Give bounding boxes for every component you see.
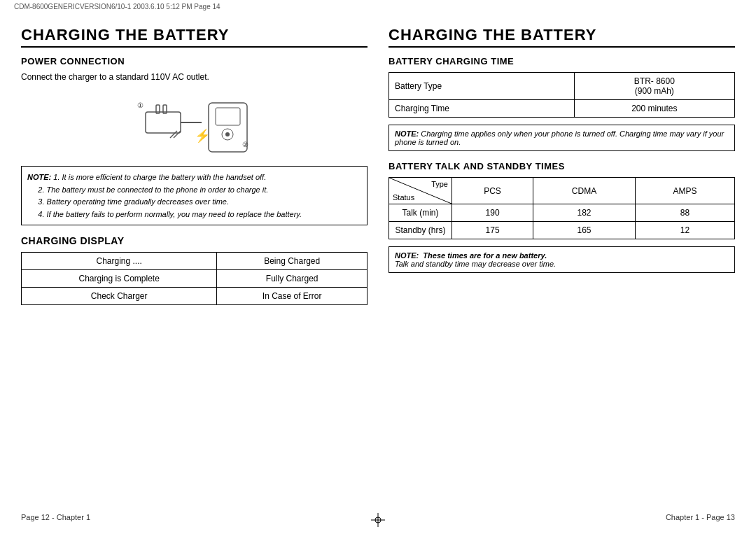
ts-standby-row: Standby (hrs) 175 165 12 xyxy=(389,222,735,239)
svg-point-10 xyxy=(225,132,230,136)
talk-standby-note-italic: Talk and standby time may decrease over … xyxy=(395,260,556,268)
ts-pcs-header: PCS xyxy=(452,178,533,204)
svg-line-6 xyxy=(174,131,181,138)
charging-display-col1: Charging .... xyxy=(22,253,217,270)
ts-header-row: Type Status PCS CDMA AMPS xyxy=(389,178,735,204)
bct-col2-header: BTR- 8600(900 mAh) xyxy=(574,73,734,100)
note-box: NOTE: 1. It is more efficient to charge … xyxy=(21,166,368,225)
charging-display-table: Charging ....Being ChargedCharging is Co… xyxy=(21,252,368,305)
ts-amps-header: AMPS xyxy=(635,178,734,204)
note-item-2: 2. The battery must be connected to the … xyxy=(27,184,361,196)
ts-standby-cdma: 165 xyxy=(533,222,636,239)
power-connection-title: POWER CONNECTION xyxy=(21,56,368,66)
note-label: NOTE: xyxy=(27,173,51,181)
type-status-cell: Type Status xyxy=(389,178,452,204)
ts-talk-amps: 88 xyxy=(635,204,734,222)
left-section-title: CHARGING THE BATTERY xyxy=(21,26,368,48)
note-item-4: 4. If the battery fails to perform norma… xyxy=(27,209,361,220)
talk-standby-note-bold: NOTE: These times are for a new battery. xyxy=(395,251,547,260)
charging-display-title: CHARGING DISPLAY xyxy=(21,235,368,246)
note-item-1: 1. It is more efficient to charge the ba… xyxy=(53,173,266,181)
footer-left: Page 12 - Chapter 1 xyxy=(21,513,90,527)
charging-note-text: Charging time applies only when your pho… xyxy=(395,129,724,146)
charging-display-row: Charging ....Being Charged xyxy=(22,253,368,270)
bct-charging-time-value: 200 minutes xyxy=(574,100,734,118)
header-text: CDM-8600GENERICVERSION6/10-1 2003.6.10 5… xyxy=(14,3,220,10)
status-label: Status xyxy=(393,193,414,202)
svg-rect-7 xyxy=(209,103,247,152)
bct-col1-header: Battery Type xyxy=(389,73,575,100)
svg-rect-8 xyxy=(216,108,240,125)
bct-charging-time-label: Charging Time xyxy=(389,100,575,118)
right-section-title: CHARGING THE BATTERY xyxy=(388,26,735,48)
charging-display-col1: Check Charger xyxy=(22,288,217,305)
footer-right: Chapter 1 - Page 13 xyxy=(666,513,735,527)
talk-standby-table: Type Status PCS CDMA AMPS Talk (min) 190… xyxy=(388,177,735,239)
battery-charging-time-table: Battery Type BTR- 8600(900 mAh) Charging… xyxy=(388,72,735,118)
ts-cdma-header: CDMA xyxy=(533,178,636,204)
power-connection-text: Connect the charger to a standard 110V A… xyxy=(21,72,368,82)
charging-display-col2: Being Charged xyxy=(217,253,368,270)
bct-header-row: Battery Type BTR- 8600(900 mAh) xyxy=(389,73,735,100)
ts-standby-amps: 12 xyxy=(635,222,734,239)
ts-talk-row: Talk (min) 190 182 88 xyxy=(389,204,735,222)
charging-display-row: Check ChargerIn Case of Error xyxy=(22,288,368,305)
note-item-3: 3. Battery operating time gradually decr… xyxy=(27,196,361,208)
ts-talk-pcs: 190 xyxy=(452,204,533,222)
svg-text:②: ② xyxy=(242,141,248,148)
header-bar: CDM-8600GENERICVERSION6/10-1 2003.6.10 5… xyxy=(0,0,756,13)
charging-display-col1: Charging is Complete xyxy=(22,270,217,288)
talk-standby-note: NOTE: These times are for a new battery.… xyxy=(388,246,735,273)
page-container: CDM-8600GENERICVERSION6/10-1 2003.6.10 5… xyxy=(0,0,756,534)
bct-data-row: Charging Time 200 minutes xyxy=(389,100,735,118)
footer: Page 12 - Chapter 1 Chapter 1 - Page 13 xyxy=(0,513,756,527)
battery-talk-standby-title: BATTERY TALK AND STANDBY TIMES xyxy=(388,161,735,171)
svg-line-5 xyxy=(170,131,177,138)
charging-display-col2: In Case of Error xyxy=(217,288,368,305)
charger-illustration: ① ② xyxy=(125,92,265,155)
left-column: CHARGING THE BATTERY POWER CONNECTION Co… xyxy=(21,26,368,312)
svg-text:⚡: ⚡ xyxy=(195,128,211,143)
ts-standby-label: Standby (hrs) xyxy=(389,222,452,239)
type-label: Type xyxy=(431,180,448,188)
right-column: CHARGING THE BATTERY BATTERY CHARGING TI… xyxy=(388,26,735,312)
charging-display-col2: Fully Charged xyxy=(217,270,368,288)
charging-display-row: Charging is CompleteFully Charged xyxy=(22,270,368,288)
svg-rect-1 xyxy=(146,112,181,133)
charging-note-label: NOTE: xyxy=(395,129,421,138)
battery-charging-time-title: BATTERY CHARGING TIME xyxy=(388,56,735,66)
charger-diagram: ① ② xyxy=(21,89,368,159)
main-content: CHARGING THE BATTERY POWER CONNECTION Co… xyxy=(0,19,756,319)
charging-time-note: NOTE: Charging time applies only when yo… xyxy=(388,125,735,151)
ts-talk-label: Talk (min) xyxy=(389,204,452,222)
center-cross-icon xyxy=(371,513,385,527)
svg-text:①: ① xyxy=(137,101,144,109)
ts-standby-pcs: 175 xyxy=(452,222,533,239)
ts-talk-cdma: 182 xyxy=(533,204,636,222)
